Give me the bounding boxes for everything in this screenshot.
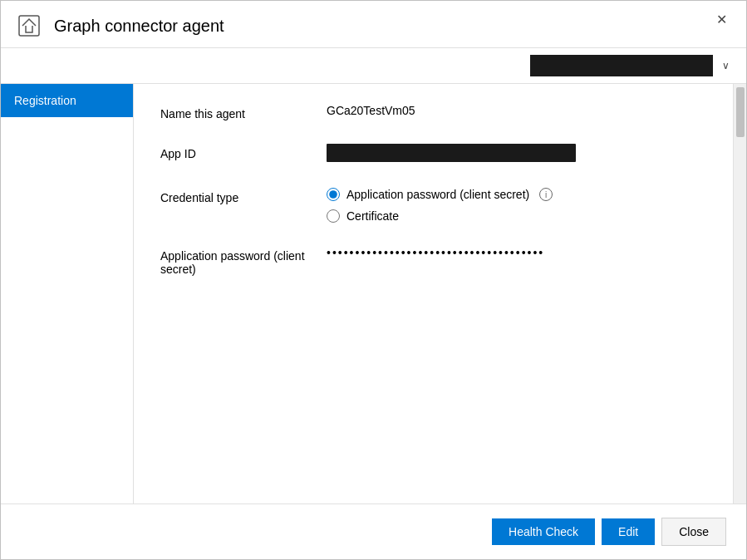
value-name-agent: GCa20TestVm05 bbox=[327, 104, 720, 117]
agent-dropdown[interactable] bbox=[530, 55, 713, 76]
edit-button[interactable]: Edit bbox=[602, 518, 655, 545]
label-name-agent: Name this agent bbox=[160, 104, 327, 120]
health-check-button[interactable]: Health Check bbox=[492, 518, 595, 545]
dropdown-wrapper: ∨ bbox=[530, 55, 713, 76]
radio-app-password[interactable] bbox=[327, 188, 340, 201]
radio-certificate[interactable] bbox=[327, 209, 340, 223]
label-app-id: App ID bbox=[160, 144, 327, 160]
radio-label-app-password: Application password (client secret) bbox=[346, 188, 529, 201]
dialog-title: Graph connector agent bbox=[54, 17, 224, 36]
label-credential-type: Credential type bbox=[160, 188, 327, 204]
content-area: Registration Name this agent GCa20TestVm… bbox=[1, 84, 746, 504]
main-content: Name this agent GCa20TestVm05 App ID Cre… bbox=[134, 84, 746, 504]
value-app-password: •••••••••••••••••••••••••••••••••••••• bbox=[327, 246, 720, 259]
title-bar: Graph connector agent ✕ bbox=[1, 1, 746, 48]
info-icon[interactable]: i bbox=[539, 188, 553, 201]
close-button[interactable]: Close bbox=[661, 518, 726, 546]
app-icon bbox=[14, 11, 44, 41]
password-masked-value: •••••••••••••••••••••••••••••••••••••• bbox=[327, 246, 544, 259]
dropdown-bar: ∨ bbox=[1, 48, 746, 84]
label-app-password: Application password (client secret) bbox=[160, 246, 327, 276]
sidebar-item-registration[interactable]: Registration bbox=[1, 84, 133, 117]
close-window-button[interactable]: ✕ bbox=[710, 7, 733, 31]
value-app-id bbox=[327, 144, 720, 165]
app-id-masked bbox=[327, 144, 576, 162]
title-left: Graph connector agent bbox=[14, 11, 224, 41]
form-row-credential: Credential type Application password (cl… bbox=[160, 188, 720, 223]
scrollbar[interactable] bbox=[733, 84, 746, 504]
dialog-window: Graph connector agent ✕ ∨ Registration N… bbox=[0, 0, 747, 560]
footer: Health Check Edit Close bbox=[1, 504, 746, 559]
form-row-name: Name this agent GCa20TestVm05 bbox=[160, 104, 720, 120]
radio-row-app-password: Application password (client secret) i bbox=[327, 188, 720, 201]
scrollbar-thumb bbox=[736, 87, 745, 137]
sidebar: Registration bbox=[1, 84, 134, 504]
chevron-down-icon: ∨ bbox=[722, 60, 730, 71]
form-row-password: Application password (client secret) •••… bbox=[160, 246, 720, 276]
radio-row-certificate: Certificate bbox=[327, 209, 720, 223]
form-row-appid: App ID bbox=[160, 144, 720, 165]
radio-label-certificate: Certificate bbox=[346, 209, 399, 223]
credential-options: Application password (client secret) i C… bbox=[327, 188, 720, 223]
